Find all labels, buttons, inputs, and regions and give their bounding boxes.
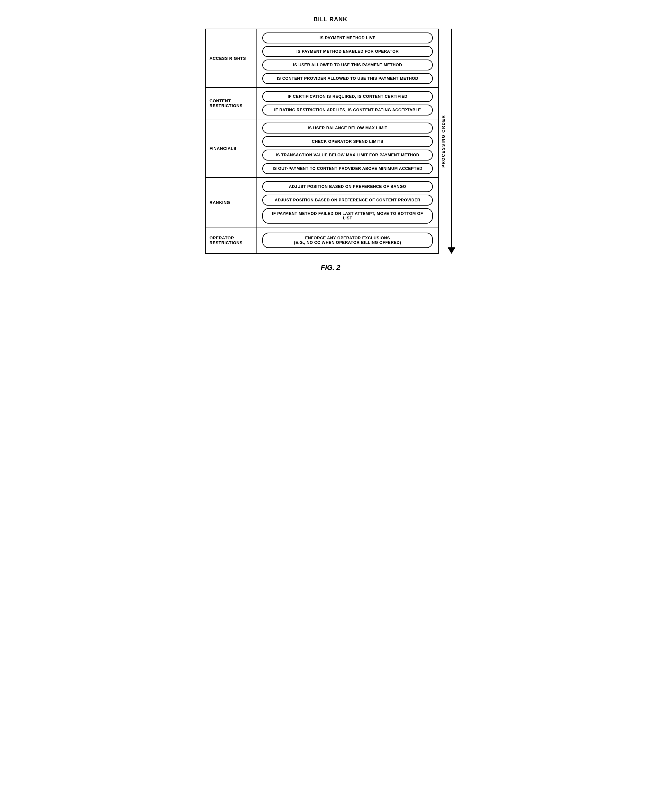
item-box-3-0: ADJUST POSITION BASED ON PREFERENCE OF B… <box>262 181 433 192</box>
item-box-0-1: IS PAYMENT METHOD ENABLED FOR OPERATOR <box>262 46 433 57</box>
arrow-line-top <box>451 29 452 247</box>
item-box-0-2: IS USER ALLOWED TO USE THIS PAYMENT METH… <box>262 59 433 70</box>
item-box-1-0: IF CERTIFICATION IS REQUIRED, IS CONTENT… <box>262 91 433 102</box>
item-box-0-3: IS CONTENT PROVIDER ALLOWED TO USE THIS … <box>262 73 433 84</box>
diagram-area: ACCESS RIGHTSIS PAYMENT METHOD LIVEIS PA… <box>205 29 456 254</box>
item-box-4-0: ENFORCE ANY OPERATOR EXCLUSIONS (E.G., N… <box>262 233 433 248</box>
section-label-4: OPERATOR RESTRICTIONS <box>206 227 257 253</box>
section-label-0: ACCESS RIGHTS <box>206 29 257 87</box>
processing-order-label: PROCESSING ORDER <box>441 29 446 254</box>
section-items-3: ADJUST POSITION BASED ON PREFERENCE OF B… <box>257 178 438 227</box>
section-items-2: IS USER BALANCE BELOW MAX LIMITCHECK OPE… <box>257 120 438 177</box>
section-row-0: ACCESS RIGHTSIS PAYMENT METHOD LIVEIS PA… <box>206 29 438 88</box>
section-label-1: CONTENT RESTRICTIONS <box>206 88 257 119</box>
item-box-2-3: IS OUT-PAYMENT TO CONTENT PROVIDER ABOVE… <box>262 163 433 174</box>
item-box-3-1: ADJUST POSITION BASED ON PREFERENCE OF C… <box>262 195 433 206</box>
processing-order-arrow <box>447 29 456 254</box>
page-container: BILL RANK ACCESS RIGHTSIS PAYMENT METHOD… <box>198 6 463 285</box>
section-items-4: ENFORCE ANY OPERATOR EXCLUSIONS (E.G., N… <box>257 227 438 253</box>
right-panel: PROCESSING ORDER <box>441 29 456 254</box>
item-box-2-0: IS USER BALANCE BELOW MAX LIMIT <box>262 123 433 134</box>
section-row-1: CONTENT RESTRICTIONSIF CERTIFICATION IS … <box>206 88 438 120</box>
main-title: BILL RANK <box>205 16 456 23</box>
item-box-3-2: IF PAYMENT METHOD FAILED ON LAST ATTEMPT… <box>262 208 433 223</box>
sections-container: ACCESS RIGHTSIS PAYMENT METHOD LIVEIS PA… <box>205 29 439 254</box>
item-box-2-2: IS TRANSACTION VALUE BELOW MAX LIMIT FOR… <box>262 150 433 161</box>
item-box-1-1: IF RATING RESTRICTION APPLIES, IS CONTEN… <box>262 105 433 115</box>
item-box-2-1: CHECK OPERATOR SPEND LIMITS <box>262 136 433 147</box>
section-row-4: OPERATOR RESTRICTIONSENFORCE ANY OPERATO… <box>206 227 438 253</box>
arrow-head <box>448 247 455 254</box>
section-row-2: FINANCIALSIS USER BALANCE BELOW MAX LIMI… <box>206 120 438 178</box>
section-label-2: FINANCIALS <box>206 120 257 177</box>
section-items-1: IF CERTIFICATION IS REQUIRED, IS CONTENT… <box>257 88 438 119</box>
item-box-0-0: IS PAYMENT METHOD LIVE <box>262 32 433 43</box>
section-row-3: RANKINGADJUST POSITION BASED ON PREFEREN… <box>206 178 438 227</box>
section-items-0: IS PAYMENT METHOD LIVEIS PAYMENT METHOD … <box>257 29 438 87</box>
figure-label: FIG. 2 <box>205 263 456 272</box>
section-label-3: RANKING <box>206 178 257 227</box>
